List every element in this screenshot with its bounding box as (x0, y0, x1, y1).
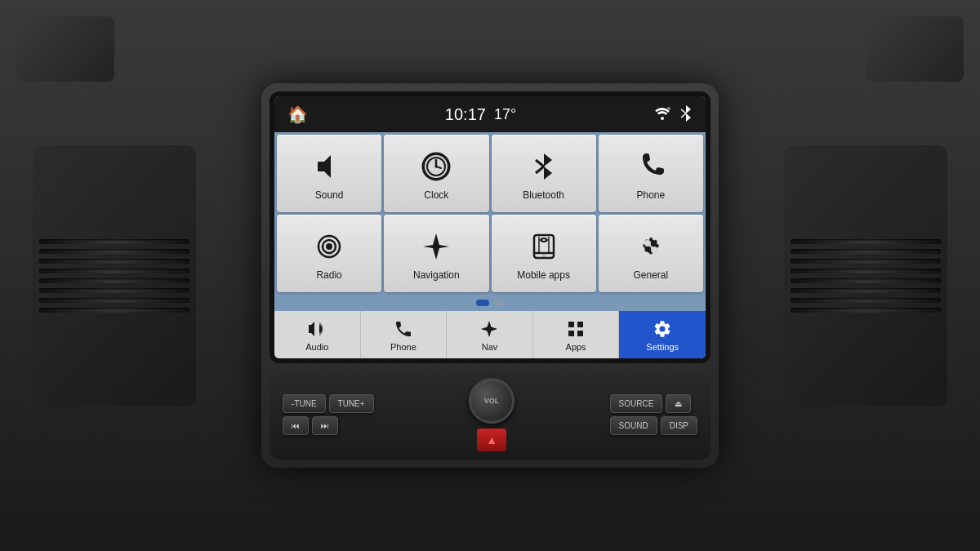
infotainment-screen: 🏠 10:17 17° (274, 96, 706, 358)
pagination-dot-1[interactable] (476, 300, 489, 306)
svg-line-9 (536, 160, 544, 167)
nav-item-settings[interactable]: Settings (619, 311, 706, 358)
phone-tile-icon (635, 150, 667, 183)
general-label: General (634, 269, 669, 281)
controls-right: SOURCE ⏏ SOUND DISP (610, 394, 697, 435)
audio-nav-icon (307, 319, 327, 339)
app-tile-sound[interactable]: Sound (277, 135, 381, 212)
wifi-icon (653, 105, 671, 124)
vent-slot (791, 278, 941, 283)
bluetooth-icon (679, 104, 693, 126)
svg-text:○: ○ (542, 253, 546, 258)
source-button[interactable]: SOURCE (610, 394, 663, 413)
clock-icon (420, 150, 452, 183)
bluetooth-label: Bluetooth (523, 189, 564, 201)
vent-slot (791, 259, 941, 264)
app-tile-general[interactable]: General (599, 215, 703, 292)
vent-slot (39, 308, 189, 313)
controls-left: -TUNE TUNE+ ⏮ ⏭ (283, 394, 374, 435)
phone-label: Phone (637, 189, 666, 201)
phone-nav-icon (394, 319, 413, 339)
clock-label: Clock (424, 189, 448, 201)
source-controls-row: SOURCE ⏏ (610, 394, 697, 413)
screen-bezel: 🏠 10:17 17° (270, 91, 710, 363)
tune-minus-button[interactable]: -TUNE (283, 394, 326, 413)
general-settings-icon (635, 230, 667, 263)
right-vent (784, 145, 947, 407)
pagination-dot-2[interactable] (494, 300, 504, 306)
vent-slot (791, 308, 941, 313)
vent-slot (39, 269, 189, 273)
sound-button[interactable]: SOUND (610, 416, 657, 435)
temperature-display: 17° (494, 106, 516, 123)
navigation-icon (420, 230, 452, 263)
svg-rect-24 (577, 331, 583, 336)
vent-slot (39, 249, 189, 254)
corner-vent-top-left (16, 16, 114, 82)
left-vent (33, 145, 196, 407)
header-status-icons (653, 104, 693, 126)
nav-star-icon (479, 319, 499, 339)
disp-button[interactable]: DISP (661, 416, 697, 435)
phone-nav-label: Phone (390, 342, 416, 352)
vent-slot (39, 298, 189, 303)
eject-button[interactable]: ⏏ (666, 394, 691, 413)
vent-slot (39, 288, 189, 293)
app-tile-mobile-apps[interactable]: ○ Mobile apps (492, 215, 596, 292)
nav-item-nav[interactable]: Nav (447, 311, 533, 358)
app-tile-bluetooth[interactable]: Bluetooth (492, 135, 596, 212)
nav-nav-label: Nav (482, 342, 498, 352)
car-interior: 🏠 10:17 17° (0, 0, 980, 551)
vent-slot (791, 298, 941, 303)
seek-controls-row: ⏮ ⏭ (283, 416, 374, 435)
vent-slot (791, 288, 941, 293)
app-tile-phone[interactable]: Phone (599, 135, 703, 212)
app-tile-navigation[interactable]: Navigation (384, 215, 488, 292)
radio-icon (313, 230, 345, 263)
bottom-nav-bar: Audio Phone Nav (274, 311, 706, 358)
bluetooth-tile-icon (528, 150, 560, 183)
mobile-apps-label: Mobile apps (517, 269, 570, 281)
app-tile-clock[interactable]: Clock (384, 135, 488, 212)
vent-slot (39, 239, 189, 244)
app-grid: Sound Clock (274, 132, 706, 295)
vent-slot (791, 249, 941, 254)
vol-knob[interactable]: VOL (469, 378, 514, 424)
audio-nav-label: Audio (305, 342, 328, 352)
svg-point-0 (667, 107, 670, 110)
vent-slot (39, 278, 189, 283)
svg-line-10 (536, 167, 544, 173)
header-center: 10:17 17° (445, 105, 516, 124)
svg-rect-21 (568, 322, 574, 327)
vent-slot (791, 269, 941, 273)
corner-vent-top-right (866, 16, 964, 82)
settings-gear-icon (653, 319, 672, 339)
next-button[interactable]: ⏭ (312, 416, 338, 435)
mobile-apps-icon: ○ (528, 230, 560, 263)
sound-icon (313, 150, 345, 183)
physical-controls: -TUNE TUNE+ ⏮ ⏭ VOL ▲ SOURCE ⏏ (270, 370, 710, 460)
vent-slot (791, 239, 941, 244)
nav-item-apps[interactable]: Apps (533, 311, 620, 358)
navigation-label: Navigation (413, 269, 460, 281)
tune-plus-button[interactable]: TUNE+ (329, 394, 374, 413)
settings-nav-label: Settings (646, 342, 679, 352)
svg-point-8 (435, 165, 438, 167)
tune-controls-row: -TUNE TUNE+ (283, 394, 374, 413)
radio-label: Radio (316, 269, 341, 281)
hazard-button[interactable]: ▲ (477, 429, 506, 451)
sound-label: Sound (315, 189, 344, 201)
clock-display: 10:17 (445, 105, 486, 124)
pagination-dots (274, 295, 706, 311)
center-console: 🏠 10:17 17° (261, 83, 719, 468)
svg-marker-1 (318, 155, 331, 178)
apps-grid-icon (566, 319, 586, 339)
nav-item-phone[interactable]: Phone (361, 311, 448, 358)
prev-button[interactable]: ⏮ (283, 416, 309, 435)
header-bar: 🏠 10:17 17° (274, 96, 706, 132)
vent-slot (39, 259, 189, 264)
home-icon[interactable]: 🏠 (287, 104, 308, 124)
svg-point-15 (542, 239, 546, 241)
app-tile-radio[interactable]: Radio (277, 215, 381, 292)
nav-item-audio[interactable]: Audio (274, 311, 361, 358)
